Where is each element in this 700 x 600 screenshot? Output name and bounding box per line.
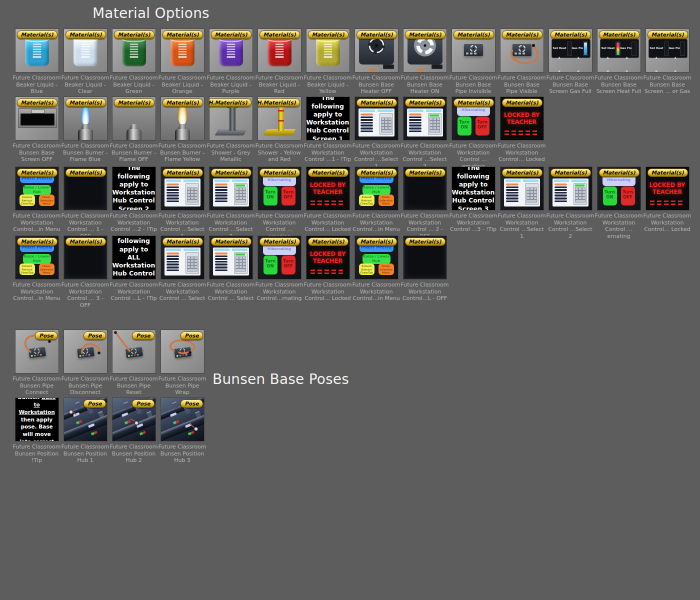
asset-tile[interactable]: Material(s)Future Classroom Workstation … — [352, 96, 400, 170]
asset-tile[interactable]: LOCKED BYTEACHERMaterial(s)Future Classr… — [643, 166, 692, 240]
asset-tile[interactable]: Material(s)Future Classroom Workstation … — [61, 166, 110, 240]
asset-tile[interactable]: Material(s)Future Classroom Workstation … — [61, 236, 110, 308]
asset-tile[interactable]: PoseFuture Classroom Bunsen Pipe Reset — [110, 330, 158, 396]
select-thumb: Material(s) — [500, 166, 544, 210]
thumb-decor: Base — [42, 398, 56, 400]
materials-row-2: Material(s)Future Classroom Bunsen Base … — [12, 96, 546, 170]
asset-tile[interactable]: Material(s)Future Classroom Bunsen Base … — [12, 96, 61, 170]
tile-caption: Future Classroom Bunsen Base Pipe Invisi… — [449, 74, 498, 95]
asset-tile[interactable]: Main Menu Raise / Lower Hub ExtendRetrac… — [352, 166, 400, 240]
asset-tile[interactable]: Material(s)Future Classroom Workstation … — [206, 166, 255, 240]
thumb-decor — [215, 261, 228, 263]
asset-tile[interactable]: Set Heat ▲▼ Gas Flow ▲▼ Material(s)Futur… — [643, 28, 692, 95]
asset-tile[interactable]: H.Material(s)Future Classroom Shower - G… — [206, 96, 255, 170]
asset-tile[interactable]: Parent Bunsen Base to Workstation then a… — [12, 398, 61, 464]
content-library-pane: Material Options Bunsen Base Poses Mater… — [0, 0, 700, 600]
thumb-decor — [275, 42, 284, 58]
select-thumb: Material(s) — [403, 96, 447, 140]
thumb-decor — [506, 198, 518, 200]
thumb-decor — [575, 200, 586, 202]
thumb-decor — [194, 427, 198, 431]
asset-tile[interactable]: LOCKED BYTEACHERMaterial(s)Future Classr… — [498, 96, 546, 170]
asset-tile[interactable]: PoseFuture Classroom Bunsen Pipe Disconn… — [61, 330, 110, 396]
asset-tile[interactable]: Material(s)Future Classroom Beaker Liqui… — [61, 28, 110, 95]
thumb-decor: Raise / Lower Hub — [362, 185, 390, 195]
asset-tile[interactable]: Material(s)Future Classroom Bunsen Base … — [400, 28, 449, 95]
asset-tile[interactable]: STATUS:Hibernating TurnON TurnOFFMateria… — [594, 166, 643, 240]
thumb-decor — [408, 110, 424, 112]
asset-tile[interactable]: Material(s)Future Classroom Workstation … — [546, 166, 594, 240]
thumb-decor — [130, 54, 138, 55]
asset-tile[interactable]: The following apply to ALL Workstation H… — [110, 236, 158, 308]
asset-tile[interactable]: PoseFuture Classroom Bunsen Position Hub… — [110, 398, 158, 464]
material-badge: Material(s) — [17, 98, 58, 107]
thumb-decor: ▼ — [577, 70, 580, 72]
asset-tile[interactable]: H.Material(s)Future Classroom Shower - Y… — [255, 96, 304, 170]
asset-tile[interactable]: PoseFuture Classroom Bunsen Pipe Wrap — [158, 330, 206, 396]
thumb-decor — [166, 256, 179, 258]
asset-tile[interactable]: LOCKED BYTEACHERMaterial(s)Future Classr… — [304, 236, 352, 308]
materials-section-title: Material Options — [92, 5, 210, 22]
thumb-decor — [166, 186, 179, 188]
thumb-decor — [166, 266, 179, 268]
asset-tile[interactable]: Material(s)Future Classroom Workstation … — [158, 236, 206, 308]
asset-tile[interactable]: LOCKED BYTEACHERMaterial(s)Future Classr… — [304, 166, 352, 240]
material-badge: Material(s) — [114, 30, 154, 39]
gascreen-thumb: Set Heat ▲▼ Gas Flow ▲▼ Material(s) — [548, 28, 592, 72]
thumb-decor — [432, 64, 442, 69]
asset-tile[interactable]: Main Menu Raise / Lower Hub ExtendRetrac… — [352, 236, 400, 308]
asset-tile[interactable]: Set Heat ▲▼ Gas Flow ▲▼ Material(s)Futur… — [594, 28, 643, 95]
asset-tile[interactable]: The following apply to Workstation Hub C… — [110, 166, 158, 240]
thumb-decor: TurnOFF — [621, 186, 635, 206]
pospipe-thumb: Pose — [15, 330, 59, 374]
thumb-decor: LOCKED BYTEACHER — [306, 182, 350, 196]
asset-tile[interactable]: Material(s)Future Classroom Workstation … — [498, 166, 546, 240]
asset-tile[interactable]: STATUS:Hibernating TurnON TurnOFFMateria… — [449, 96, 498, 170]
asset-tile[interactable]: Material(s)Future Classroom Beaker Liqui… — [206, 28, 255, 95]
asset-tile[interactable]: Material(s)Future Classroom Bunsen Burne… — [158, 96, 206, 170]
thumb-decor — [525, 183, 538, 205]
thumb-decor — [236, 268, 246, 272]
thumb-decor — [409, 119, 422, 121]
poses-section-title: Bunsen Base Poses — [212, 371, 349, 388]
asset-tile[interactable]: The following apply to Workstation Hub C… — [449, 166, 498, 240]
asset-tile[interactable]: Material(s)Future Classroom Beaker Liqui… — [110, 28, 158, 95]
material-badge: Material(s) — [114, 98, 154, 107]
thumb-decor: ExtendRetractChemTap — [20, 264, 35, 275]
asset-tile[interactable]: Material(s)Future Classroom Bunsen Base … — [449, 28, 498, 95]
asset-tile[interactable]: Material(s)Future Classroom Beaker Liqui… — [255, 28, 304, 95]
asset-tile[interactable]: PoseFuture Classroom Bunsen Position Hub… — [61, 398, 110, 464]
thumb-decor — [358, 108, 394, 136]
asset-tile[interactable]: Material(s)Future Classroom Bunsen Burne… — [110, 96, 158, 170]
asset-tile[interactable]: Set Heat ▲▼ Gas Flow ▲▼ Material(s)Futur… — [546, 28, 594, 95]
asset-tile[interactable]: Material(s)Future Classroom Bunsen Burne… — [61, 96, 110, 170]
asset-tile[interactable]: Material(s)Future Classroom Workstation … — [400, 236, 449, 308]
menu-thumb: Main Menu Raise / Lower Hub ExtendRetrac… — [15, 236, 59, 280]
asset-tile[interactable]: Material(s)Future Classroom Bunsen Base … — [352, 28, 400, 95]
beaker-thumb: Material(s) — [306, 28, 350, 72]
asset-tile[interactable]: STATUS:Hibernating TurnON TurnOFFMateria… — [255, 236, 304, 308]
thumb-decor — [574, 183, 587, 205]
pose-badge: Pose — [180, 400, 202, 408]
thumb-decor: LOCKED BYTEACHER — [500, 112, 544, 126]
thumb-decor — [428, 113, 442, 135]
asset-tile[interactable]: Material(s)Future Classroom Beaker Liqui… — [158, 28, 206, 95]
asset-tile[interactable]: PoseFuture Classroom Bunsen Pipe Connect — [12, 330, 61, 396]
asset-tile[interactable]: STATUS:Hibernating TurnON TurnOFFMateria… — [255, 166, 304, 240]
thumb-decor — [324, 46, 332, 48]
thumb-decor — [236, 184, 245, 187]
asset-tile[interactable]: Main Menu Raise / Lower Hub ExtendRetrac… — [12, 166, 61, 240]
asset-tile[interactable]: Material(s)Future Classroom Bunsen Base … — [498, 28, 546, 95]
asset-tile[interactable]: Material(s)Future Classroom Beaker Liqui… — [304, 28, 352, 95]
thumb-decor — [226, 56, 235, 58]
asset-tile[interactable]: Material(s)Future Classroom Beaker Liqui… — [12, 28, 61, 95]
asset-tile[interactable]: Material(s)Future Classroom Workstation … — [206, 236, 255, 308]
asset-tile[interactable]: The following apply to Workstation Hub C… — [304, 96, 352, 170]
asset-tile[interactable]: Main Menu Raise / Lower Hub ExtendRetrac… — [12, 236, 61, 308]
asset-tile[interactable]: Material(s)Future Classroom Workstation … — [400, 96, 449, 170]
asset-tile[interactable]: Material(s)Future Classroom Workstation … — [400, 166, 449, 240]
tile-caption: Future Classroom Beaker Liquid - Purple — [206, 74, 255, 95]
asset-tile[interactable]: PoseFuture Classroom Bunsen Position Hub… — [158, 398, 206, 464]
asset-tile[interactable]: Material(s)Future Classroom Workstation … — [158, 166, 206, 240]
huboff-thumb: Material(s) — [64, 166, 108, 210]
